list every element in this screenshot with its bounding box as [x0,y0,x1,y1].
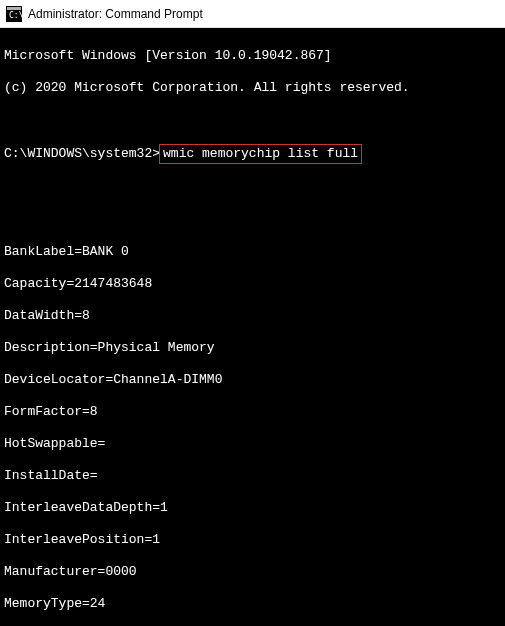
output-line: InstallDate= [4,468,501,484]
output-line: InterleavePosition=1 [4,532,501,548]
header-version: Microsoft Windows [Version 10.0.19042.86… [4,48,501,64]
blank-line [4,112,501,128]
prompt-line: C:\WINDOWS\system32>wmic memorychip list… [4,144,501,164]
window-titlebar[interactable]: C:\ Administrator: Command Prompt [0,0,505,28]
blank-line [4,180,501,196]
command-text: wmic memorychip list full [163,146,358,161]
svg-text:C:\: C:\ [9,11,22,20]
cmd-icon: C:\ [6,6,22,22]
svg-rect-1 [7,7,21,10]
blank-line [4,212,501,228]
output-line: FormFactor=8 [4,404,501,420]
window-title: Administrator: Command Prompt [28,7,203,21]
output-line: MemoryType=24 [4,596,501,612]
output-line: DeviceLocator=ChannelA-DIMM0 [4,372,501,388]
output-line: Manufacturer=0000 [4,564,501,580]
prompt-path: C:\WINDOWS\system32> [4,146,160,162]
header-copyright: (c) 2020 Microsoft Corporation. All righ… [4,80,501,96]
terminal-area[interactable]: Microsoft Windows [Version 10.0.19042.86… [0,28,505,626]
output-line: BankLabel=BANK 0 [4,244,501,260]
output-line: InterleaveDataDepth=1 [4,500,501,516]
output-line: Capacity=2147483648 [4,276,501,292]
output-line: DataWidth=8 [4,308,501,324]
output-line: HotSwappable= [4,436,501,452]
output-line: Description=Physical Memory [4,340,501,356]
command-highlight: wmic memorychip list full [159,144,362,164]
